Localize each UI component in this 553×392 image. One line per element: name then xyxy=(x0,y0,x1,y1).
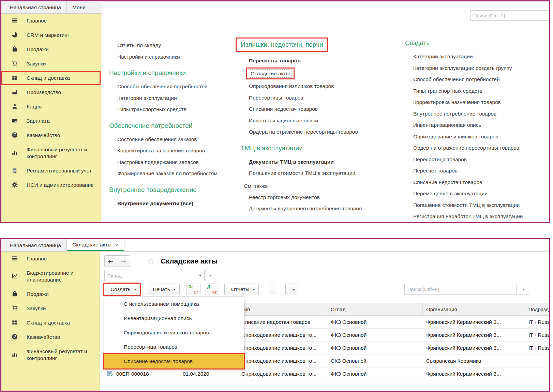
menu-link[interactable]: Способ обеспечения потребностей xyxy=(413,76,500,83)
sidebar-item-закупки[interactable]: Закупки xyxy=(1,301,99,316)
sidebar-item-главное[interactable]: Главное xyxy=(1,14,101,28)
dtkt-button[interactable]: Дт Кт xyxy=(205,284,219,295)
forward-button[interactable]: → xyxy=(117,255,130,267)
warehouse-filter-input[interactable] xyxy=(104,270,195,281)
menu-item-text: Категории эксплуатации: создать группу xyxy=(413,65,512,71)
menu-link[interactable]: Ордера на отражение пересортицы товаров xyxy=(249,128,358,136)
create-menu-item[interactable]: С использованием помощника xyxy=(104,297,244,311)
cell-type: Списание недостач товаров xyxy=(238,316,327,328)
create-menu-item[interactable]: Оприходование излишков товаров xyxy=(104,326,244,340)
menu-link[interactable]: Пересчеты товаров xyxy=(249,57,301,64)
menu-link[interactable]: Внутренние документы (все) xyxy=(117,200,193,207)
tab-home[interactable]: Начальная страница xyxy=(1,239,67,251)
sidebar-item-производство[interactable]: Производство xyxy=(1,85,101,100)
sidebar-item-продажи[interactable]: Продажи xyxy=(1,42,101,57)
cell-warehouse: СКЗ Основной xyxy=(327,355,423,367)
menu-item-text: См. также xyxy=(244,183,268,189)
sidebar-item-продажи[interactable]: Продажи xyxy=(1,287,99,301)
menu-link[interactable]: Погашение стоимости ТМЦ в эксплуатации xyxy=(249,169,355,177)
sidebar-item-финансовый-результат-и-контроллинг[interactable]: Финансовый результат и контроллинг xyxy=(1,142,101,164)
sidebar-item-казначейство[interactable]: Казначейство xyxy=(1,128,101,142)
column-header[interactable]: Склад xyxy=(327,303,423,315)
menu-link[interactable]: Корректировка назначения товаров xyxy=(413,99,501,106)
menu-link[interactable]: Типы транспортных средств xyxy=(117,106,186,113)
table-search-input[interactable] xyxy=(404,284,517,295)
filter-dropdown-button[interactable] xyxy=(195,270,205,281)
back-button[interactable]: ← xyxy=(104,255,117,267)
menu-link[interactable]: Внутреннее потребление товаров xyxy=(413,110,496,118)
menu-link[interactable]: Перемещение в эксплуатации xyxy=(413,190,488,197)
table-row[interactable]: 00ER-00001801.04.2020Оприходование излиш… xyxy=(104,367,549,380)
sidebar-item-главное[interactable]: Главное xyxy=(1,252,99,266)
sidebar-item-зарплата[interactable]: Зарплата xyxy=(1,114,101,128)
create-menu-item[interactable]: Списание недостач товаров xyxy=(104,354,244,368)
menu-item-text: Способы обеспечения потребностей xyxy=(117,84,208,89)
sidebar-item-label: Зарплата xyxy=(27,118,50,124)
menu-link[interactable]: Способы обеспечения потребностей xyxy=(117,83,208,90)
sidebar-item-label: Финансовый результат и контроллинг xyxy=(27,348,94,362)
menu-link[interactable]: Настройка поддержания запасов xyxy=(117,159,199,166)
sidebar-item-label: Бюджетирование и планирование xyxy=(27,270,94,283)
chart-icon xyxy=(12,351,19,358)
close-tab-icon[interactable]: × xyxy=(116,242,119,247)
post-document-button[interactable] xyxy=(269,284,276,295)
favorite-star-icon[interactable]: ☆ xyxy=(147,256,155,266)
create-based-on-button[interactable] xyxy=(285,284,298,295)
menu-link[interactable]: Типы транспортных средств xyxy=(413,87,482,95)
menu-link[interactable]: Категории эксплуатации xyxy=(117,94,177,102)
sidebar-item-label: Закупки xyxy=(27,60,46,67)
menu-link[interactable]: Ордер на отражение пересортицы товаров xyxy=(413,144,519,152)
sidebar-item-нси-и-администрирование[interactable]: НСИ и администрирование xyxy=(1,178,101,192)
menu-item-text: Списания недостач товаров xyxy=(249,106,318,112)
sidebar-item-регламентированный-учет[interactable]: Регламентированный учет xyxy=(1,164,101,178)
column-header[interactable]: Подразделение xyxy=(525,303,549,315)
menu-link[interactable]: Документы внутреннего потребления товаро… xyxy=(249,205,362,212)
menu-link[interactable]: Инвентаризационные описи xyxy=(249,117,318,124)
menu-link[interactable]: Пересчет товаров xyxy=(413,167,458,175)
sidebar-item-бюджетирование-и-планирование[interactable]: Бюджетирование и планирование xyxy=(1,266,99,287)
sidebar-item-склад-и-доставка[interactable]: Склад и доставка xyxy=(1,316,99,330)
menu-link[interactable]: Складские акты xyxy=(246,67,295,80)
sidebar-item-crm-и-маркетинг[interactable]: CRM и маркетинг xyxy=(1,28,101,42)
tab-monitoring[interactable]: Мони xyxy=(67,1,91,13)
reports-button[interactable]: Отчеты xyxy=(224,284,259,295)
tab-warehouse-acts[interactable]: Складские акты × xyxy=(67,239,124,251)
menu-link[interactable]: Формирование заказов по потребностям xyxy=(117,170,218,177)
menu-link[interactable]: Настройки и справочники xyxy=(117,53,180,61)
print-button[interactable]: Печать xyxy=(146,284,180,295)
menu-link[interactable]: Списание недостач товаров xyxy=(413,179,482,186)
menu-link[interactable]: Корректировка назначения товаров xyxy=(117,147,205,154)
menu-item-text: Настройка поддержания запасов xyxy=(117,159,199,165)
menu-link[interactable]: Оприходование излишков товаров xyxy=(413,133,498,140)
tab-home[interactable]: Начальная страница xyxy=(1,1,67,13)
create-menu-item[interactable]: Инвентаризационная опись xyxy=(104,311,244,326)
sidebar-item-склад-и-доставка[interactable]: Склад и доставка xyxy=(1,71,101,85)
menu-link[interactable]: Документы ТМЦ в эксплуатации xyxy=(249,158,334,166)
menu-link[interactable]: Реестр торговых документов xyxy=(249,194,320,201)
sidebar-item-label: Финансовый результат и контроллинг xyxy=(27,146,94,160)
menu-link[interactable]: Инвентаризационная опись xyxy=(413,121,481,129)
menu-link[interactable]: Пересортица товаров xyxy=(413,156,467,163)
sidebar-item-закупки[interactable]: Закупки xyxy=(1,57,101,71)
create-menu-item[interactable]: Пересортица товаров xyxy=(104,340,244,354)
menu-link[interactable]: Регистрация наработок ТМЦ в эксплуатации xyxy=(413,213,523,220)
cart-icon xyxy=(12,305,19,312)
column-header[interactable]: Тип xyxy=(238,303,327,315)
menu-link[interactable]: Пересортицы товаров xyxy=(249,94,303,102)
drcr-button[interactable]: Dr Cr xyxy=(186,284,200,295)
menu-link[interactable]: Состояние обеспечения заказов xyxy=(117,136,197,143)
clear-search-button[interactable]: × xyxy=(518,284,529,295)
nav-row: ← → ☆ Складские акты xyxy=(104,255,218,267)
menu-link[interactable]: Погашение стоимости ТМЦ в эксплуатации xyxy=(413,201,520,209)
column-header[interactable]: Организация xyxy=(423,303,525,315)
sidebar-item-кадры[interactable]: Кадры xyxy=(1,100,101,114)
sidebar-item-казначейство[interactable]: Казначейство xyxy=(1,330,99,344)
filter-clear-button[interactable]: × xyxy=(206,270,215,281)
menu-link[interactable]: Категории эксплуатации xyxy=(413,53,473,60)
create-button[interactable]: Создать xyxy=(104,284,140,295)
menu-link[interactable]: Оприходования излишков товаров xyxy=(249,82,334,90)
menu-link[interactable]: Категории эксплуатации: создать группу xyxy=(413,64,512,72)
menu-link[interactable]: Списания недостач товаров xyxy=(249,105,318,113)
sidebar-item-финансовый-результат-и-контроллинг[interactable]: Финансовый результат и контроллинг xyxy=(1,344,99,365)
menu-link[interactable]: Отчеты по складу xyxy=(117,42,161,49)
